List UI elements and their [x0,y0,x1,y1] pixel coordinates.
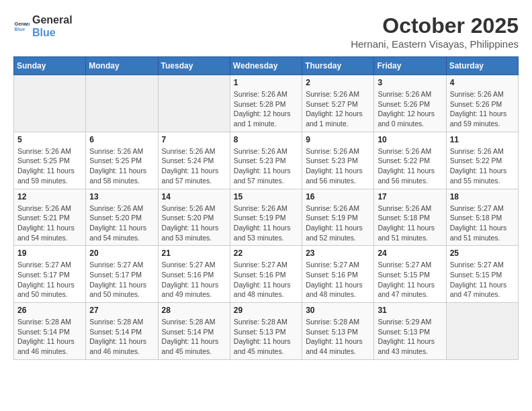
day-info-line: Sunrise: 5:27 AM [378,260,442,270]
day-info-line: and 48 minutes. [234,289,298,300]
day-info-line: Daylight: 11 hours [378,336,442,347]
calendar-cell [446,303,518,360]
calendar-table: SundayMondayTuesdayWednesdayThursdayFrid… [13,56,519,360]
day-info-line: and 57 minutes. [162,176,226,186]
logo: General Blue General Blue [13,13,73,39]
calendar-cell [14,75,86,132]
column-header-saturday: Saturday [446,57,518,75]
calendar-cell: 22Sunrise: 5:27 AMSunset: 5:16 PMDayligh… [230,246,302,303]
day-info-line: Sunrise: 5:27 AM [162,260,226,270]
calendar-cell: 31Sunrise: 5:29 AMSunset: 5:13 PMDayligh… [374,303,446,360]
calendar-cell: 24Sunrise: 5:27 AMSunset: 5:15 PMDayligh… [374,246,446,303]
column-header-sunday: Sunday [14,57,86,75]
day-info-line: Daylight: 11 hours [378,223,442,233]
day-info-line: Sunset: 5:17 PM [17,270,82,280]
day-info-line: Sunrise: 5:27 AM [306,260,370,270]
calendar-cell: 13Sunrise: 5:26 AMSunset: 5:20 PMDayligh… [86,189,158,246]
calendar-week-row: 26Sunrise: 5:28 AMSunset: 5:14 PMDayligh… [14,303,519,360]
day-info-line: Sunset: 5:22 PM [378,156,442,166]
day-info-line: Sunset: 5:13 PM [306,327,370,337]
day-info-line: Sunrise: 5:26 AM [89,146,154,156]
day-number: 3 [378,78,442,87]
day-number: 25 [450,248,515,258]
day-info-line: Daylight: 11 hours [450,280,515,290]
day-info-line: Daylight: 11 hours [306,280,370,290]
day-info-line: Sunrise: 5:27 AM [450,260,515,270]
day-info-line: and 51 minutes. [378,233,442,243]
calendar-cell: 17Sunrise: 5:26 AMSunset: 5:18 PMDayligh… [374,189,446,246]
day-number: 29 [234,306,298,315]
calendar-cell [86,75,158,132]
day-info-line: Sunrise: 5:26 AM [378,146,442,156]
day-info-line: Daylight: 11 hours [17,336,82,347]
calendar-cell: 20Sunrise: 5:27 AMSunset: 5:17 PMDayligh… [86,246,158,303]
calendar-cell: 28Sunrise: 5:28 AMSunset: 5:14 PMDayligh… [158,303,230,360]
day-info-line: and 46 minutes. [89,347,154,357]
day-info-line: and 48 minutes. [306,289,370,300]
day-info-line: Sunset: 5:24 PM [162,156,226,166]
column-header-monday: Monday [86,57,158,75]
day-info-line: Sunset: 5:19 PM [234,213,298,223]
calendar-header-row: SundayMondayTuesdayWednesdayThursdayFrid… [14,57,519,75]
day-number: 9 [306,135,370,144]
day-info-line: Daylight: 12 hours [378,109,442,119]
calendar-cell: 11Sunrise: 5:26 AMSunset: 5:22 PMDayligh… [446,132,518,189]
day-info-line: and 59 minutes. [17,176,82,186]
day-info-line: Daylight: 11 hours [162,166,226,176]
day-info-line: Daylight: 11 hours [450,109,515,119]
day-info-line: Daylight: 11 hours [450,223,515,233]
day-info-line: and 57 minutes. [234,176,298,186]
calendar-cell: 19Sunrise: 5:27 AMSunset: 5:17 PMDayligh… [14,246,86,303]
day-info-line: and 45 minutes. [234,347,298,357]
day-number: 11 [450,135,515,144]
day-info-line: Sunset: 5:26 PM [450,99,515,109]
day-number: 6 [89,135,154,144]
day-info-line: Sunset: 5:19 PM [306,213,370,223]
day-info-line: Daylight: 11 hours [17,280,82,290]
day-number: 27 [89,306,154,315]
day-number: 31 [378,306,442,315]
day-info-line: Daylight: 11 hours [306,166,370,176]
day-info-line: Daylight: 11 hours [378,166,442,176]
day-number: 21 [162,248,226,258]
day-number: 22 [234,248,298,258]
day-info-line: Sunrise: 5:26 AM [306,89,370,99]
calendar-cell: 30Sunrise: 5:28 AMSunset: 5:13 PMDayligh… [302,303,374,360]
day-info-line: Sunset: 5:28 PM [234,99,298,109]
calendar-cell: 9Sunrise: 5:26 AMSunset: 5:23 PMDaylight… [302,132,374,189]
calendar-cell: 8Sunrise: 5:26 AMSunset: 5:23 PMDaylight… [230,132,302,189]
day-info-line: Sunrise: 5:26 AM [234,146,298,156]
day-info-line: Daylight: 11 hours [306,336,370,347]
calendar-cell: 12Sunrise: 5:26 AMSunset: 5:21 PMDayligh… [14,189,86,246]
day-info-line: Sunrise: 5:26 AM [89,203,154,214]
day-info-line: Sunset: 5:14 PM [89,327,154,337]
calendar-cell: 16Sunrise: 5:26 AMSunset: 5:19 PMDayligh… [302,189,374,246]
day-info-line: Daylight: 11 hours [162,223,226,233]
column-header-tuesday: Tuesday [158,57,230,75]
calendar-cell: 5Sunrise: 5:26 AMSunset: 5:25 PMDaylight… [14,132,86,189]
logo-icon: General Blue [13,18,30,34]
calendar-week-row: 12Sunrise: 5:26 AMSunset: 5:21 PMDayligh… [14,189,519,246]
day-info-line: Sunset: 5:13 PM [234,327,298,337]
day-info-line: and 1 minute. [234,119,298,129]
day-info-line: and 46 minutes. [17,347,82,357]
day-info-line: and 1 minute. [306,119,370,129]
calendar-week-row: 1Sunrise: 5:26 AMSunset: 5:28 PMDaylight… [14,75,519,132]
day-info-line: Sunrise: 5:27 AM [234,260,298,270]
day-info-line: Sunset: 5:26 PM [378,99,442,109]
day-info-line: Sunset: 5:14 PM [17,327,82,337]
day-info-line: and 54 minutes. [17,233,82,243]
day-info-line: Sunset: 5:20 PM [162,213,226,223]
day-number: 2 [306,78,370,87]
page-subtitle: Hernani, Eastern Visayas, Philippines [351,38,519,50]
day-info-line: and 44 minutes. [306,347,370,357]
day-info-line: Sunrise: 5:28 AM [234,317,298,327]
day-info-line: and 0 minutes. [378,119,442,129]
day-info-line: and 52 minutes. [306,233,370,243]
day-info-line: Daylight: 11 hours [234,223,298,233]
day-number: 28 [162,306,226,315]
day-number: 23 [306,248,370,258]
logo-blue: Blue [32,26,73,39]
day-info-line: Sunrise: 5:26 AM [378,203,442,214]
day-info-line: Daylight: 12 hours [234,109,298,119]
